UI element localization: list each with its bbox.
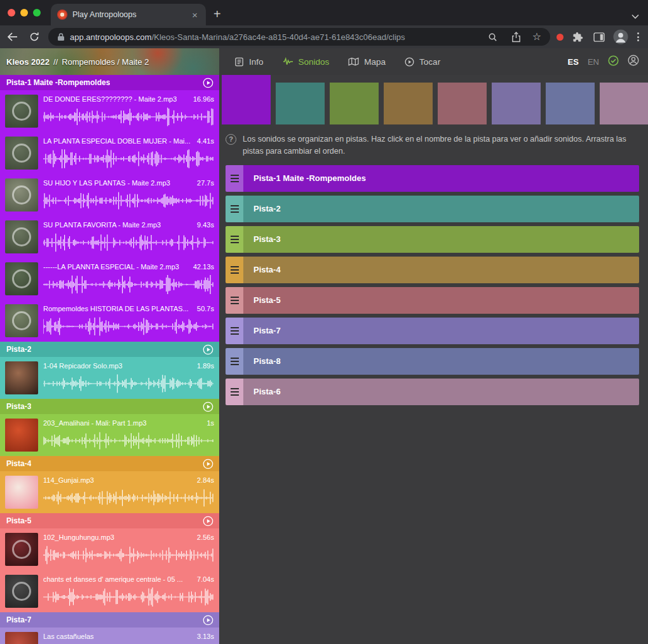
url-domain: app.antropoloops.com xyxy=(70,32,152,42)
tab-mapa[interactable]: Mapa xyxy=(348,57,386,67)
clip-waveform[interactable] xyxy=(43,316,214,337)
clip[interactable]: 203_Amalihani - Mali: Part 1.mp31s xyxy=(0,414,219,456)
breadcrumb-path[interactable]: Rompemoldes / Maite 2 xyxy=(62,57,149,67)
tab-search-chevron-icon[interactable] xyxy=(631,10,639,22)
minimize-window-button[interactable] xyxy=(20,9,28,17)
track-row[interactable]: Pista-5 xyxy=(226,287,639,314)
track-color-swatch[interactable] xyxy=(600,83,648,124)
track-header[interactable]: Pista-5 xyxy=(0,513,219,528)
drag-handle[interactable] xyxy=(226,196,243,222)
share-icon[interactable] xyxy=(509,29,524,44)
track-play-button[interactable] xyxy=(203,401,213,412)
address-bar[interactable]: app.antropoloops.com/Kleos-Santa-Marina/… xyxy=(48,28,550,46)
sync-check-icon[interactable] xyxy=(608,55,619,69)
clip[interactable]: chants et danses d' amerique centrale - … xyxy=(0,570,219,612)
clip-waveform[interactable] xyxy=(43,190,214,211)
clip-body: SU HIJO Y LAS PLANTAS - Maite 2.mp327.7s xyxy=(43,178,214,211)
track-color-swatch[interactable] xyxy=(384,83,433,124)
clip[interactable]: 1-04 Repicador Solo.mp31.89s xyxy=(0,357,219,399)
track-play-button[interactable] xyxy=(203,77,213,88)
track-color-swatch[interactable] xyxy=(330,83,379,124)
clip-duration: 3.13s xyxy=(197,632,214,641)
clip-waveform[interactable] xyxy=(43,148,214,170)
track-row[interactable]: Pista-7 xyxy=(226,318,639,344)
track-row[interactable]: Pista-4 xyxy=(226,257,639,283)
clip-waveform[interactable] xyxy=(43,373,214,394)
account-icon[interactable] xyxy=(628,55,639,69)
track-play-button[interactable] xyxy=(203,344,213,355)
fullscreen-window-button[interactable] xyxy=(33,9,41,17)
track-row-body[interactable]: Pista-4 xyxy=(243,257,639,283)
clip-name: Las castañuelas xyxy=(43,632,94,641)
track-header[interactable]: Pista-4 xyxy=(0,456,219,471)
drag-handle[interactable] xyxy=(226,348,243,375)
side-panel-icon[interactable] xyxy=(591,29,607,44)
track-color-swatch[interactable] xyxy=(492,83,541,124)
close-window-button[interactable] xyxy=(8,9,15,17)
track-row[interactable]: Pista-1 Maite -Rompemoldes xyxy=(226,165,639,192)
track-row[interactable]: Pista-8 xyxy=(226,348,639,375)
back-button[interactable] xyxy=(5,29,20,44)
tab-info[interactable]: Info xyxy=(234,57,264,67)
track-row-body[interactable]: Pista-7 xyxy=(243,318,639,344)
bookmark-star-icon[interactable]: ☆ xyxy=(532,32,541,42)
track-color-swatch[interactable] xyxy=(546,83,595,124)
clip[interactable]: DE DONDE ERES???????? - Maite 2.mp316.96… xyxy=(0,90,219,132)
clip-waveform[interactable] xyxy=(43,544,214,566)
tab-close-icon[interactable]: × xyxy=(190,10,199,20)
drag-handle[interactable] xyxy=(226,318,243,344)
clip-waveform[interactable] xyxy=(43,232,214,253)
clip[interactable]: 102_Hunguhungu.mp32.56s xyxy=(0,528,219,570)
drag-handle[interactable] xyxy=(226,165,243,192)
track-play-button[interactable] xyxy=(203,516,213,527)
clip[interactable]: SU PLANTA FAVORITA - Maite 2.mp39.43s xyxy=(0,216,219,258)
browser-menu-icon[interactable] xyxy=(635,32,642,41)
clip-waveform[interactable] xyxy=(43,274,214,295)
zoom-icon[interactable] xyxy=(485,29,501,44)
track-row-body[interactable]: Pista-6 xyxy=(243,379,639,405)
track-header[interactable]: Pista-3 xyxy=(0,399,219,414)
track-header[interactable]: Pista-2 xyxy=(0,342,219,357)
track-color-swatch[interactable] xyxy=(438,83,487,124)
lang-es-button[interactable]: ES xyxy=(568,57,579,67)
track-row-body[interactable]: Pista-5 xyxy=(243,287,639,314)
track-play-button[interactable] xyxy=(203,459,213,469)
clip[interactable]: SU HIJO Y LAS PLANTAS - Maite 2.mp327.7s xyxy=(0,174,219,216)
track-play-button[interactable] xyxy=(203,615,213,626)
track-row-body[interactable]: Pista-1 Maite -Rompemoldes xyxy=(243,165,639,192)
clip-waveform[interactable] xyxy=(43,487,214,509)
clip[interactable]: Rompemoldes HISTORIA DE LAS PLANTAS...50… xyxy=(0,300,219,342)
drag-handle[interactable] xyxy=(226,287,243,314)
track-header[interactable]: Pista-1 Maite -Rompemoldes xyxy=(0,75,219,90)
clip-waveform[interactable] xyxy=(43,106,214,128)
reload-button[interactable] xyxy=(27,29,42,44)
drag-handle[interactable] xyxy=(226,379,243,405)
extensions-puzzle-icon[interactable] xyxy=(570,29,585,44)
track-color-swatch[interactable] xyxy=(222,75,271,124)
drag-handle[interactable] xyxy=(226,257,243,283)
new-tab-button[interactable]: + xyxy=(213,8,221,20)
track-row-body[interactable]: Pista-3 xyxy=(243,226,639,253)
tab-tocar[interactable]: Tocar xyxy=(405,57,440,67)
track-row[interactable]: Pista-3 xyxy=(226,226,639,253)
clip-waveform[interactable] xyxy=(43,586,214,608)
lang-en-button[interactable]: EN xyxy=(588,57,599,67)
recording-extension-icon[interactable] xyxy=(557,34,564,41)
track-row[interactable]: Pista-2 xyxy=(226,196,639,222)
track-color-swatch[interactable] xyxy=(276,83,325,124)
clip[interactable]: Las castañuelas3.13s xyxy=(0,627,219,644)
track-row-body[interactable]: Pista-2 xyxy=(243,196,639,222)
track-row[interactable]: Pista-6 xyxy=(226,379,639,405)
track-row-body[interactable]: Pista-8 xyxy=(243,348,639,375)
clip[interactable]: LA PLANTA ESPECIAL DOBLE MUJER - Mai...4… xyxy=(0,132,219,174)
track-header[interactable]: Pista-7 xyxy=(0,612,219,627)
breadcrumb-project[interactable]: Kleos 2022 xyxy=(6,57,50,67)
profile-avatar[interactable] xyxy=(613,29,628,44)
clip-waveform[interactable] xyxy=(43,430,214,452)
drag-handle[interactable] xyxy=(226,226,243,253)
browser-tab[interactable]: Play Antropoloops × xyxy=(51,4,206,25)
clip[interactable]: 114_Gunjai.mp32.84s xyxy=(0,471,219,513)
tab-sonidos[interactable]: Sonidos xyxy=(283,57,330,67)
hint: ? Los sonidos se organizan en pistas. Ha… xyxy=(219,124,648,158)
clip[interactable]: ------LA PLANNTA ESPECIAL - Maite 2.mp34… xyxy=(0,258,219,300)
